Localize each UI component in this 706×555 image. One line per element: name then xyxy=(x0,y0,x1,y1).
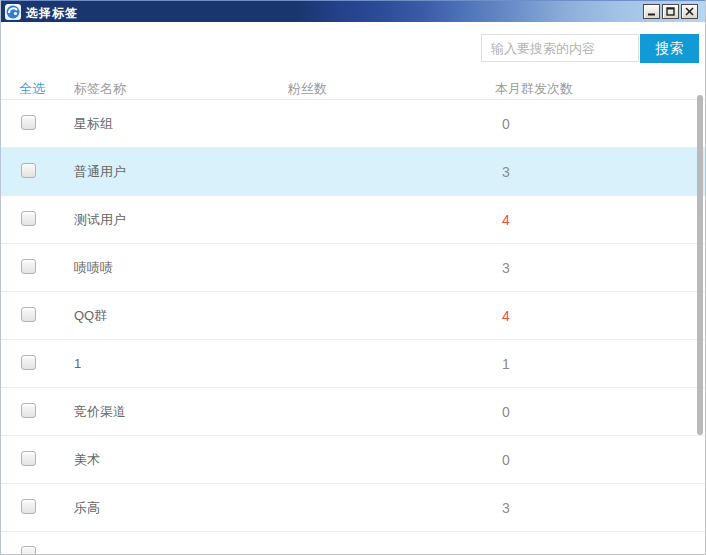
column-header-monthly: 本月群发次数 xyxy=(495,80,705,98)
row-count: 1 xyxy=(495,356,705,372)
select-tag-dialog: 选择标签 搜索 全选 标签名称 粉丝数 本月群发次数 星标组 0 xyxy=(0,0,706,555)
row-checkbox[interactable] xyxy=(21,163,36,178)
row-count: 0 xyxy=(495,404,705,420)
minimize-icon xyxy=(647,7,656,16)
row-checkbox[interactable] xyxy=(21,546,36,555)
close-icon xyxy=(685,7,694,16)
table-row[interactable]: 乐高 3 xyxy=(1,484,705,532)
column-header-fans: 粉丝数 xyxy=(288,80,495,98)
row-checkbox[interactable] xyxy=(21,259,36,274)
row-checkbox[interactable] xyxy=(21,451,36,466)
table-header: 全选 标签名称 粉丝数 本月群发次数 xyxy=(1,78,705,100)
row-label: 竞价渠道 xyxy=(74,403,288,421)
table-row-partial[interactable] xyxy=(1,532,705,555)
table-row[interactable]: 啧啧啧 3 xyxy=(1,244,705,292)
minimize-button[interactable] xyxy=(643,4,660,19)
search-input[interactable] xyxy=(481,34,639,62)
search-area: 搜索 xyxy=(1,22,705,78)
table-row[interactable]: 普通用户 3 xyxy=(1,148,705,196)
table-row[interactable]: QQ群 4 xyxy=(1,292,705,340)
scrollbar-thumb[interactable] xyxy=(697,95,703,435)
row-label: 1 xyxy=(74,356,288,371)
row-checkbox[interactable] xyxy=(21,211,36,226)
column-header-name: 标签名称 xyxy=(74,80,288,98)
row-label: QQ群 xyxy=(74,307,288,325)
table-row[interactable]: 美术 0 xyxy=(1,436,705,484)
close-button[interactable] xyxy=(681,4,698,19)
titlebar: 选择标签 xyxy=(1,0,705,22)
row-label: 普通用户 xyxy=(74,163,288,181)
row-label: 啧啧啧 xyxy=(74,259,288,277)
maximize-icon xyxy=(666,7,675,16)
table-body: 星标组 0 普通用户 3 测试用户 4 啧啧啧 3 QQ群 4 xyxy=(1,100,705,555)
row-label: 星标组 xyxy=(74,115,288,133)
row-checkbox[interactable] xyxy=(21,403,36,418)
table-row[interactable]: 星标组 0 xyxy=(1,100,705,148)
row-count: 4 xyxy=(495,212,705,228)
search-button[interactable]: 搜索 xyxy=(640,34,699,63)
row-count: 3 xyxy=(495,500,705,516)
scrollbar xyxy=(696,78,703,548)
maximize-button[interactable] xyxy=(662,4,679,19)
select-all-label[interactable]: 全选 xyxy=(1,80,74,98)
row-checkbox[interactable] xyxy=(21,115,36,130)
window-title: 选择标签 xyxy=(26,5,78,22)
table-row[interactable]: 测试用户 4 xyxy=(1,196,705,244)
row-checkbox[interactable] xyxy=(21,355,36,370)
table-row[interactable]: 1 1 xyxy=(1,340,705,388)
row-label: 美术 xyxy=(74,451,288,469)
row-label: 测试用户 xyxy=(74,211,288,229)
row-count: 4 xyxy=(495,308,705,324)
row-label: 乐高 xyxy=(74,499,288,517)
app-logo-icon xyxy=(5,4,21,20)
row-count: 0 xyxy=(495,452,705,468)
table-row[interactable]: 竞价渠道 0 xyxy=(1,388,705,436)
row-checkbox[interactable] xyxy=(21,307,36,322)
row-count: 3 xyxy=(495,164,705,180)
row-count: 3 xyxy=(495,260,705,276)
row-count: 0 xyxy=(495,116,705,132)
row-checkbox[interactable] xyxy=(21,499,36,514)
